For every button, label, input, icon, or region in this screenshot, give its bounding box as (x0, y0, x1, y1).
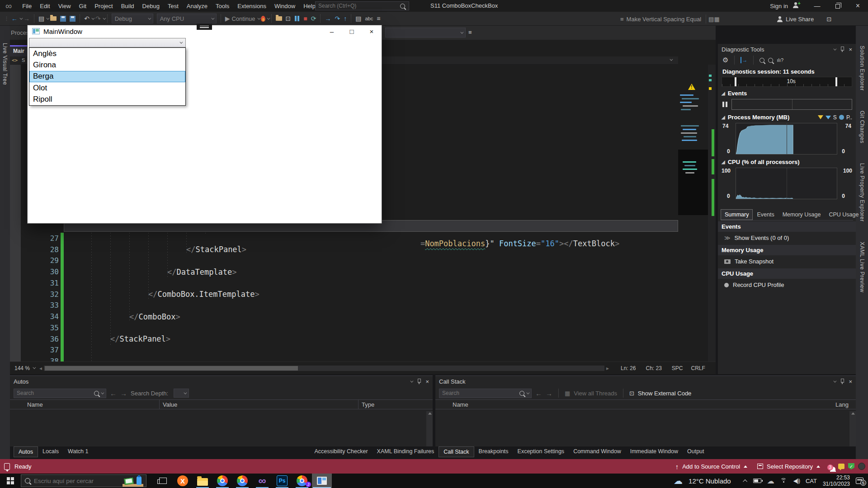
pin-icon[interactable] (417, 379, 421, 384)
menu-item[interactable]: Extensions (233, 1, 270, 11)
bottom-tab[interactable]: Exception Settings (513, 446, 569, 457)
show-events-link[interactable]: ≫ Show Events (0 of 0) (718, 232, 856, 244)
menu-item[interactable]: File (18, 1, 36, 11)
window-close-button[interactable]: × (848, 0, 868, 12)
sign-in-button[interactable]: Sign in (770, 3, 788, 9)
code-line[interactable]: 29 (10, 255, 678, 267)
grid-options-icon[interactable]: ▤ (708, 16, 714, 23)
callstack-scrollbar[interactable] (849, 411, 856, 447)
bottom-tab[interactable]: Call Stack (439, 446, 474, 457)
menu-item[interactable]: Window (270, 1, 299, 11)
hot-reload-dropdown-icon[interactable] (267, 16, 270, 19)
task-view-button[interactable] (153, 474, 173, 488)
sidebar-tab-xaml-live-preview[interactable]: XAML Live Preview (859, 242, 865, 292)
take-snapshot-link[interactable]: Take Snapshot (718, 255, 856, 267)
close-icon[interactable]: × (849, 46, 852, 53)
autos-column-headers[interactable]: Name Value Type (10, 399, 433, 409)
menu-item[interactable]: Build (117, 1, 138, 11)
quick-search[interactable] (315, 1, 409, 10)
taskbar-app-explorer[interactable] (193, 474, 212, 488)
open-file-icon[interactable] (50, 16, 57, 21)
chart-options-icon[interactable]: ılı? (777, 57, 783, 63)
bottom-tab[interactable]: Immediate Window (626, 446, 683, 457)
search-input[interactable] (316, 3, 400, 9)
record-cpu-link[interactable]: Record CPU Profile (718, 279, 856, 291)
live-share-icon[interactable] (777, 16, 783, 22)
grid-options2-icon[interactable]: ▦ (714, 16, 719, 23)
menu-item[interactable]: Edit (36, 1, 54, 11)
taskbar-app-running-window[interactable] (312, 474, 332, 488)
hscroll-thumb[interactable] (45, 366, 298, 371)
bottom-tab[interactable]: Breakpoints (474, 446, 513, 457)
navigate-forward-icon[interactable]: → (24, 15, 30, 22)
menu-item[interactable]: Git (75, 1, 91, 11)
window-minimize-button[interactable]: — (807, 0, 827, 12)
zoom-in-icon[interactable] (760, 58, 764, 63)
pause-icon[interactable] (722, 102, 727, 107)
start-button[interactable] (0, 474, 21, 488)
thread-list-icon[interactable]: ≡ (468, 29, 472, 36)
threads-icon[interactable]: ▦ (565, 390, 570, 397)
code-line[interactable]: 30</DataTemplate> (10, 266, 678, 277)
save-all-icon[interactable] (70, 16, 75, 22)
menu-item[interactable]: Debug (138, 1, 164, 11)
toolbar-grip[interactable]: ⋮ (4, 16, 8, 22)
battery-icon[interactable] (753, 479, 761, 483)
dialog-close-button[interactable]: × (362, 25, 382, 37)
timeline-handle-left[interactable] (735, 77, 736, 86)
diagnostics-tab[interactable]: Memory Usage (778, 209, 825, 220)
poblacions-combobox[interactable] (29, 38, 186, 47)
step-out-icon[interactable]: ↑ (344, 15, 347, 22)
view-all-threads-button[interactable]: View all Threads (574, 390, 617, 397)
dropdown-item[interactable]: Berga (29, 71, 185, 82)
menu-item[interactable]: Project (90, 1, 117, 11)
save-icon[interactable] (60, 16, 66, 22)
zoom-out-icon[interactable] (768, 58, 773, 63)
zoom-level[interactable]: 144 % (14, 365, 30, 371)
taskbar-app-xampp[interactable]: X (173, 474, 193, 488)
breadcrumb-element[interactable]: S (22, 57, 25, 63)
pin-icon[interactable] (840, 379, 844, 384)
add-to-source-control-button[interactable]: Add to Source Control (682, 463, 740, 470)
bottom-tab[interactable]: Locals (38, 446, 63, 457)
menu-item[interactable]: View (54, 1, 75, 11)
panel-menu-icon[interactable] (834, 379, 837, 382)
scroll-left-icon[interactable]: ◂ (39, 365, 42, 371)
code-line[interactable]: 28</StackPanel> (10, 244, 678, 255)
select-repository-button[interactable]: Select Repository (767, 463, 813, 470)
editor-minimap[interactable] (678, 65, 708, 361)
code-line[interactable]: 32</ComboBox.ItemTemplate> (10, 289, 678, 300)
close-icon[interactable]: × (849, 378, 852, 385)
autos-search-input[interactable] (14, 390, 94, 396)
new-project-icon[interactable]: ▤ (38, 15, 44, 22)
scroll-right-icon[interactable]: ▸ (606, 365, 609, 371)
dropdown-item[interactable]: Anglès (29, 48, 185, 59)
dialog-maximize-button[interactable]: □ (342, 25, 362, 37)
weather-label[interactable]: 12°C Nublado (689, 477, 731, 485)
document-tab-mainwindow-xaml[interactable]: Mair (10, 45, 28, 56)
bottom-tab[interactable]: Watch 1 (63, 446, 93, 457)
continue-label[interactable]: Continue (231, 15, 255, 22)
step-into-icon[interactable]: → (325, 15, 331, 22)
action-center-icon[interactable]: 5 (856, 478, 863, 484)
redo-icon[interactable]: ↷ (95, 15, 101, 22)
restart-icon[interactable]: ⟳ (311, 15, 316, 22)
diagnostic-tools-title-bar[interactable]: Diagnostic Tools × (718, 44, 856, 55)
diagnostics-tab[interactable]: CPU Usage (825, 209, 863, 220)
solution-configuration-dropdown[interactable]: Debug (112, 14, 153, 23)
abc-icon[interactable]: abc (365, 15, 373, 22)
code-line[interactable]: 36</StackPanel> (10, 333, 678, 345)
autos-grid[interactable] (10, 409, 433, 446)
mainwindow-dialog[interactable]: MainWindow – □ × AnglèsGironaBergaOlotRi… (27, 25, 382, 224)
redo-dropdown-icon[interactable] (103, 16, 106, 19)
callstack-search-box[interactable] (439, 389, 532, 398)
search-options-icon[interactable] (526, 391, 529, 394)
bottom-tab[interactable]: XAML Binding Failures (373, 446, 439, 457)
keyboard-layout[interactable]: CAT (806, 478, 817, 484)
bottom-tab[interactable]: Output (683, 446, 709, 457)
callstack-search-input[interactable] (439, 390, 519, 396)
make-vertical-spacing-equal-label[interactable]: Make Vertical Spacing Equal (627, 16, 701, 23)
undo-icon[interactable]: ↶ (84, 15, 90, 22)
stop-debugging-icon[interactable]: ■ (303, 15, 307, 22)
weather-icon[interactable]: ☁ (674, 475, 683, 486)
